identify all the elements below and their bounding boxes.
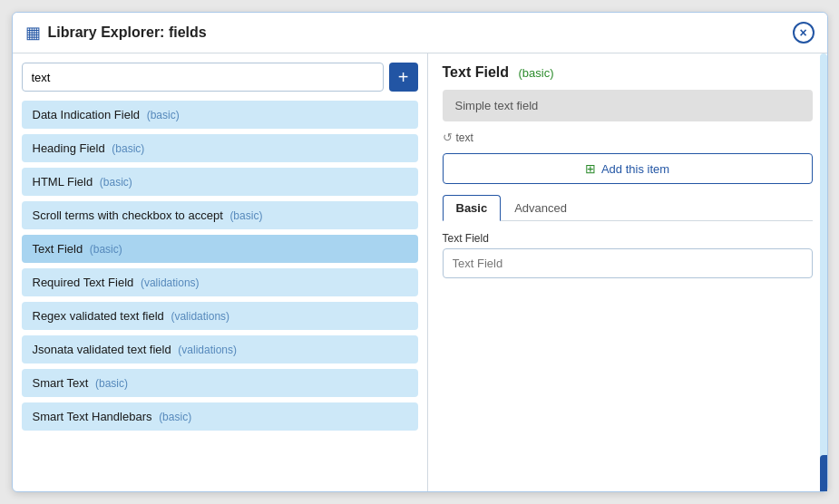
- list-item[interactable]: Heading Field (basic): [22, 134, 418, 162]
- tab-advanced[interactable]: Advanced: [501, 195, 580, 221]
- right-panel: Text Field (basic) Simple text field ↺ t…: [428, 53, 827, 491]
- list-item[interactable]: Data Indication Field (basic): [22, 101, 418, 129]
- list-item[interactable]: Required Text Field (validations): [22, 268, 418, 296]
- library-icon: ▦: [25, 23, 41, 43]
- type-icon: ↺: [443, 131, 453, 144]
- right-scrollbar[interactable]: [820, 53, 827, 491]
- close-button[interactable]: ×: [793, 22, 815, 44]
- modal-body: + Data Indication Field (basic) Heading …: [13, 53, 827, 491]
- list-item[interactable]: Regex validated text field (validations): [22, 302, 418, 330]
- right-panel-title: Text Field (basic): [443, 64, 813, 81]
- text-field-input[interactable]: [443, 248, 813, 278]
- left-panel: + Data Indication Field (basic) Heading …: [13, 53, 428, 491]
- search-input[interactable]: [22, 63, 384, 92]
- add-button[interactable]: +: [389, 63, 418, 92]
- add-item-button[interactable]: ⊞ Add this item: [443, 153, 813, 184]
- tabs-row: Basic Advanced: [443, 195, 813, 221]
- list-item[interactable]: Scroll terms with checkbox to accept (ba…: [22, 201, 418, 229]
- add-item-icon: ⊞: [585, 161, 596, 176]
- modal: ▦ Library Explorer: fields × + Data Indi…: [12, 12, 828, 492]
- list-item[interactable]: Smart Text Handlebars (basic): [22, 402, 418, 431]
- modal-title: Library Explorer: fields: [48, 24, 793, 41]
- search-row: +: [22, 63, 418, 92]
- tab-basic[interactable]: Basic: [443, 195, 502, 221]
- form-label: Text Field: [443, 232, 813, 245]
- footer-accent: [820, 455, 827, 491]
- list-item[interactable]: Jsonata validated text field (validation…: [22, 335, 418, 363]
- modal-header: ▦ Library Explorer: fields ×: [13, 13, 827, 53]
- list-item[interactable]: HTML Field (basic): [22, 168, 418, 196]
- type-badge: (basic): [518, 66, 553, 80]
- type-row: ↺ text: [443, 131, 813, 144]
- preview-box: Simple text field: [443, 90, 813, 121]
- form-group: Text Field: [443, 232, 813, 278]
- list-item-selected[interactable]: Text Field (basic): [22, 235, 418, 263]
- list-item[interactable]: Smart Text (basic): [22, 369, 418, 397]
